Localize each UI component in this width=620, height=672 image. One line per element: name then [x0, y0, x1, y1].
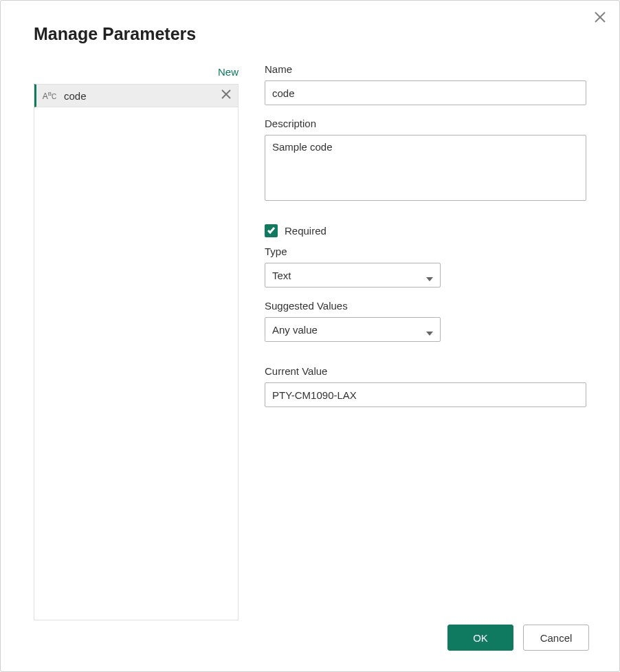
dialog-body: New ABC code Name Description: [1, 44, 619, 620]
cancel-button[interactable]: Cancel: [523, 625, 589, 651]
type-select[interactable]: Text: [265, 263, 441, 288]
dialog-title: Manage Parameters: [1, 1, 619, 44]
dialog-footer: OK Cancel: [1, 620, 619, 671]
type-label: Type: [265, 246, 586, 257]
suggested-values-label: Suggested Values: [265, 300, 586, 312]
svg-marker-5: [426, 332, 433, 336]
required-label: Required: [285, 225, 326, 237]
required-checkbox[interactable]: [265, 224, 278, 237]
description-input[interactable]: [265, 135, 586, 201]
parameter-list-panel: New ABC code: [34, 63, 239, 620]
delete-icon: [221, 89, 231, 102]
ok-button[interactable]: OK: [447, 625, 513, 651]
name-input[interactable]: [265, 80, 586, 105]
parameter-item-code[interactable]: ABC code: [34, 84, 238, 107]
current-value-label: Current Value: [265, 365, 586, 377]
parameter-item-name: code: [64, 90, 213, 102]
type-select-value: Text: [272, 270, 291, 281]
new-parameter-link[interactable]: New: [218, 66, 239, 78]
svg-marker-4: [426, 277, 433, 281]
close-icon: [594, 11, 606, 26]
description-label: Description: [265, 118, 586, 129]
suggested-values-select[interactable]: Any value: [265, 317, 441, 342]
current-value-input[interactable]: [265, 382, 586, 407]
manage-parameters-dialog: Manage Parameters New ABC code Name: [0, 0, 620, 672]
required-row: Required: [265, 224, 586, 237]
suggested-values-value: Any value: [272, 324, 318, 336]
delete-parameter-button[interactable]: [220, 89, 232, 102]
text-type-icon: ABC: [42, 91, 57, 101]
chevron-down-icon: [426, 272, 433, 279]
parameter-form: Name Description Required Type Text: [265, 63, 586, 620]
chevron-down-icon: [426, 326, 433, 333]
name-label: Name: [265, 63, 586, 75]
new-row: New: [34, 63, 239, 80]
check-icon: [267, 225, 276, 237]
parameter-list: ABC code: [34, 84, 239, 620]
close-button[interactable]: [592, 10, 608, 27]
